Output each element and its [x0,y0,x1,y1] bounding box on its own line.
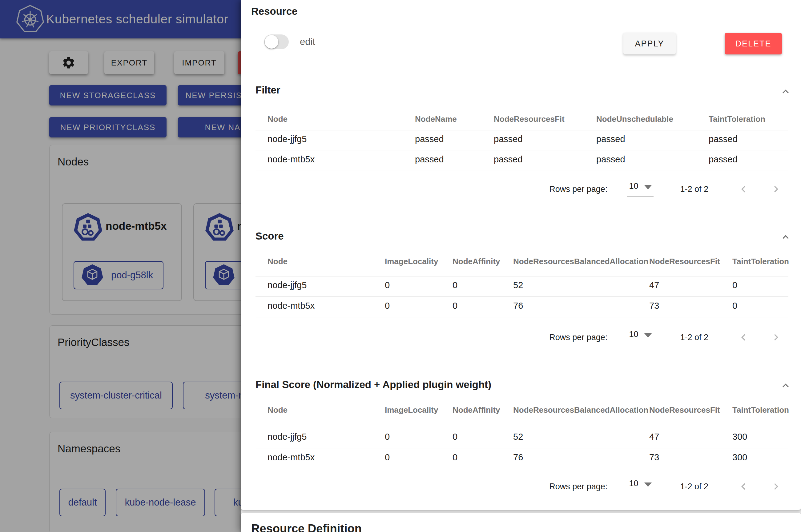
rows-per-page-value: 10 [629,479,638,488]
drawer-title: Resource [251,5,297,17]
table-cell: passed [494,134,523,144]
table-cell: passed [596,154,625,165]
rows-per-page-label: Rows per page: [549,482,607,491]
drawer-backdrop[interactable] [0,0,241,532]
table-divider [255,170,788,170]
app-root: Kubernetes scheduler simulator EXPORT IM… [0,0,801,532]
table-cell: 300 [732,432,747,442]
table-cell: passed [494,154,523,165]
chevron-up-icon [780,86,792,98]
rows-per-page-value: 10 [629,330,638,339]
rows-per-page-label: Rows per page: [549,333,607,342]
table-cell: 76 [513,301,523,311]
table-cell: 73 [649,452,659,462]
final-score-collapse-button[interactable] [779,379,793,393]
pagination-range: 1-2 of 2 [680,185,708,194]
chevron-left-icon [737,183,750,195]
final-score-pagination: Rows per page: 10 1-2 of 2 [549,476,783,497]
column-header: NodeAffinity [453,257,500,266]
apply-button[interactable]: APPLY [623,33,676,54]
column-header: TaintToleration [732,405,789,415]
filter-section-title: Filter [255,84,280,96]
triangle-down-icon [644,333,652,338]
chevron-left-icon [737,331,750,344]
next-page-button[interactable] [769,182,783,196]
table-cell: 0 [385,452,390,462]
column-header: TaintToleration [732,257,789,266]
table-cell: 52 [513,280,523,290]
resource-detail-card: Resource edit APPLY DELETE Filter Node N… [241,0,801,510]
score-collapse-button[interactable] [779,230,793,244]
divider [241,70,801,70]
score-section-title: Score [255,230,284,242]
table-cell: 0 [453,452,457,462]
column-header: NodeResourcesBalancedAllocation [513,257,648,266]
prev-page-button[interactable] [736,479,751,494]
table-divider [255,425,788,425]
table-cell: passed [709,154,738,165]
prev-page-button[interactable] [736,330,751,345]
column-header: Node [268,405,288,415]
rows-per-page-select[interactable]: 10 [627,479,654,494]
pagination-range: 1-2 of 2 [680,482,708,491]
chevron-left-icon [737,480,750,493]
table-cell: node-jjfg5 [268,432,307,442]
filter-collapse-button[interactable] [779,85,793,98]
table-cell: passed [709,134,738,144]
table-cell: 0 [453,301,457,311]
triangle-down-icon [644,185,652,189]
table-cell: 76 [513,452,523,462]
resource-definition-title: Resource Definition [251,522,362,532]
triangle-down-icon [644,482,652,487]
table-cell: node-jjfg5 [268,134,307,144]
table-cell: 47 [649,432,659,442]
table-divider [255,297,788,297]
chevron-right-icon [770,331,783,344]
column-header: Node [268,257,288,266]
prev-page-button[interactable] [736,182,751,196]
column-header: ImageLocality [385,257,438,266]
table-divider [255,469,788,469]
chevron-up-icon [780,379,792,392]
column-header: NodeName [415,114,457,124]
rows-per-page-select[interactable]: 10 [627,330,654,345]
column-header: NodeAffinity [453,405,500,415]
resource-definition-card: Resource Definition [241,513,801,532]
filter-pagination: Rows per page: 10 1-2 of 2 [549,178,783,200]
table-cell: node-jjfg5 [268,280,307,290]
next-page-button[interactable] [769,479,783,494]
column-header: NodeResourcesFit [649,257,720,266]
column-header: NodeResourcesFit [494,114,565,124]
column-header: NodeUnschedulable [596,114,673,124]
table-cell: node-mtb5x [268,452,315,462]
column-header: ImageLocality [385,405,438,415]
column-header: Node [268,114,288,124]
table-cell: 0 [732,280,737,290]
table-cell: 0 [453,280,457,290]
table-cell: 47 [649,280,659,290]
table-cell: node-mtb5x [268,154,315,165]
final-score-section-title: Final Score (Normalized + Applied plugin… [255,379,491,391]
table-cell: passed [415,134,444,144]
edit-toggle-label: edit [300,36,315,48]
table-cell: 0 [385,280,390,290]
rows-per-page-value: 10 [629,182,638,191]
table-divider [255,276,788,277]
table-cell: passed [596,134,625,144]
column-header: NodeResourcesBalancedAllocation [513,405,648,415]
edit-toggle[interactable] [264,35,289,49]
table-cell: 0 [453,432,457,442]
table-cell: 0 [385,301,390,311]
next-page-button[interactable] [769,330,783,345]
resource-drawer: Resource edit APPLY DELETE Filter Node N… [241,0,801,532]
chevron-right-icon [770,480,783,493]
chevron-up-icon [780,231,792,243]
section-divider [241,207,801,207]
table-cell: 52 [513,432,523,442]
chevron-right-icon [770,183,783,195]
table-cell: passed [415,154,444,165]
table-cell: 0 [732,301,737,311]
rows-per-page-select[interactable]: 10 [627,182,654,197]
delete-button[interactable]: DELETE [725,33,782,54]
table-cell: 0 [385,432,390,442]
